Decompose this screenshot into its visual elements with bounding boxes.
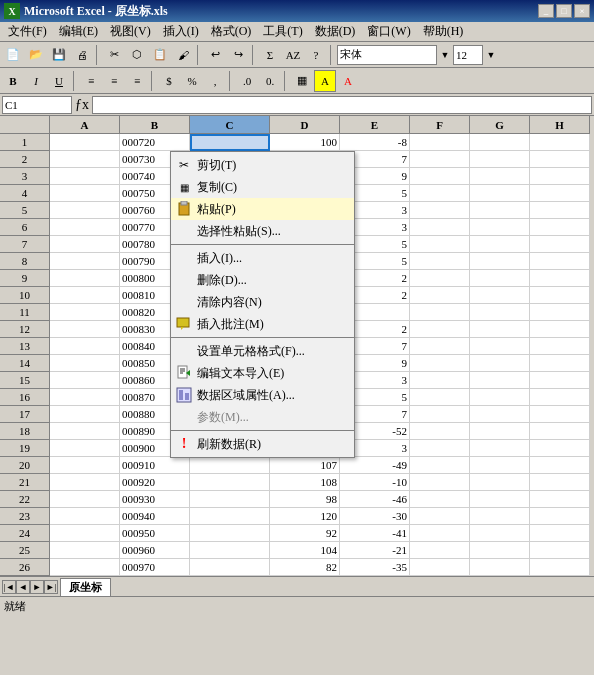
font-color-button[interactable]: A — [337, 70, 359, 92]
cell-H10[interactable] — [530, 287, 590, 304]
cell-F6[interactable] — [410, 219, 470, 236]
cell-E20[interactable]: -49 — [340, 457, 410, 474]
cell-F15[interactable] — [410, 372, 470, 389]
cell-H3[interactable] — [530, 168, 590, 185]
cell-H18[interactable] — [530, 423, 590, 440]
italic-button[interactable]: I — [25, 70, 47, 92]
row-7[interactable]: 7 — [0, 236, 50, 253]
cell-H8[interactable] — [530, 253, 590, 270]
cell-F2[interactable] — [410, 151, 470, 168]
row-23[interactable]: 23 — [0, 508, 50, 525]
menu-view[interactable]: 视图(V) — [104, 21, 157, 42]
underline-button[interactable]: U — [48, 70, 70, 92]
ctx-copy[interactable]: ▦ 复制(C) — [171, 176, 354, 198]
cell-H15[interactable] — [530, 372, 590, 389]
cut-button[interactable]: ✂ — [103, 44, 125, 66]
row-18[interactable]: 18 — [0, 423, 50, 440]
row-4[interactable]: 4 — [0, 185, 50, 202]
cell-A1[interactable] — [50, 134, 120, 151]
cell-H11[interactable] — [530, 304, 590, 321]
cell-H2[interactable] — [530, 151, 590, 168]
cell-C1[interactable] — [190, 134, 270, 151]
cell-F22[interactable] — [410, 491, 470, 508]
cell-G21[interactable] — [470, 474, 530, 491]
cell-C21[interactable] — [190, 474, 270, 491]
cell-D22[interactable]: 98 — [270, 491, 340, 508]
row-6[interactable]: 6 — [0, 219, 50, 236]
cell-A2[interactable] — [50, 151, 120, 168]
cell-E1[interactable]: -8 — [340, 134, 410, 151]
row-25[interactable]: 25 — [0, 542, 50, 559]
cell-B20[interactable]: 000910 — [120, 457, 190, 474]
open-button[interactable]: 📂 — [25, 44, 47, 66]
cell-H25[interactable] — [530, 542, 590, 559]
last-tab-button[interactable]: ►| — [44, 580, 58, 594]
cell-G15[interactable] — [470, 372, 530, 389]
currency-button[interactable]: $ — [158, 70, 180, 92]
copy-button[interactable]: ⬡ — [126, 44, 148, 66]
cell-H5[interactable] — [530, 202, 590, 219]
cell-A17[interactable] — [50, 406, 120, 423]
font-size-dropdown[interactable]: ▼ — [484, 45, 498, 65]
cell-G17[interactable] — [470, 406, 530, 423]
cell-E21[interactable]: -10 — [340, 474, 410, 491]
cell-B24[interactable]: 000950 — [120, 525, 190, 542]
cell-B21[interactable]: 000920 — [120, 474, 190, 491]
cell-A19[interactable] — [50, 440, 120, 457]
row-10[interactable]: 10 — [0, 287, 50, 304]
ctx-insert-comment[interactable]: 插入批注(M) — [171, 313, 354, 335]
format-painter[interactable]: 🖌 — [172, 44, 194, 66]
cell-G4[interactable] — [470, 185, 530, 202]
cell-H1[interactable] — [530, 134, 590, 151]
cell-C25[interactable] — [190, 542, 270, 559]
cell-F5[interactable] — [410, 202, 470, 219]
row-1[interactable]: 1 — [0, 134, 50, 151]
percent-button[interactable]: % — [181, 70, 203, 92]
cell-A13[interactable] — [50, 338, 120, 355]
row-9[interactable]: 9 — [0, 270, 50, 287]
save-button[interactable]: 💾 — [48, 44, 70, 66]
cell-A26[interactable] — [50, 559, 120, 576]
cell-G20[interactable] — [470, 457, 530, 474]
cell-C24[interactable] — [190, 525, 270, 542]
ctx-edit-text-import[interactable]: 编辑文本导入(E) — [171, 362, 354, 384]
menu-format[interactable]: 格式(O) — [205, 21, 258, 42]
menu-tools[interactable]: 工具(T) — [257, 21, 308, 42]
undo-button[interactable]: ↩ — [204, 44, 226, 66]
cell-G12[interactable] — [470, 321, 530, 338]
col-header-A[interactable]: A — [50, 116, 120, 134]
cell-H9[interactable] — [530, 270, 590, 287]
menu-help[interactable]: 帮助(H) — [417, 21, 470, 42]
increase-decimal-button[interactable]: .0 — [236, 70, 258, 92]
align-center-button[interactable]: ≡ — [103, 70, 125, 92]
close-button[interactable]: × — [574, 4, 590, 18]
cell-G22[interactable] — [470, 491, 530, 508]
ctx-clear[interactable]: 清除内容(N) — [171, 291, 354, 313]
row-14[interactable]: 14 — [0, 355, 50, 372]
cell-D23[interactable]: 120 — [270, 508, 340, 525]
row-24[interactable]: 24 — [0, 525, 50, 542]
cell-F24[interactable] — [410, 525, 470, 542]
minimize-button[interactable]: _ — [538, 4, 554, 18]
cell-A4[interactable] — [50, 185, 120, 202]
ctx-paste-special[interactable]: 选择性粘贴(S)... — [171, 220, 354, 242]
align-right-button[interactable]: ≡ — [126, 70, 148, 92]
cell-G16[interactable] — [470, 389, 530, 406]
cell-A23[interactable] — [50, 508, 120, 525]
menu-data[interactable]: 数据(D) — [309, 21, 362, 42]
name-box[interactable]: C1 — [2, 96, 72, 114]
col-header-B[interactable]: B — [120, 116, 190, 134]
cell-A18[interactable] — [50, 423, 120, 440]
row-12[interactable]: 12 — [0, 321, 50, 338]
cell-A24[interactable] — [50, 525, 120, 542]
menu-file[interactable]: 文件(F) — [2, 21, 53, 42]
cell-G26[interactable] — [470, 559, 530, 576]
cell-H24[interactable] — [530, 525, 590, 542]
next-tab-button[interactable]: ► — [30, 580, 44, 594]
row-22[interactable]: 22 — [0, 491, 50, 508]
cell-H6[interactable] — [530, 219, 590, 236]
cell-F16[interactable] — [410, 389, 470, 406]
help-button[interactable]: ? — [305, 44, 327, 66]
cell-A7[interactable] — [50, 236, 120, 253]
cell-A21[interactable] — [50, 474, 120, 491]
